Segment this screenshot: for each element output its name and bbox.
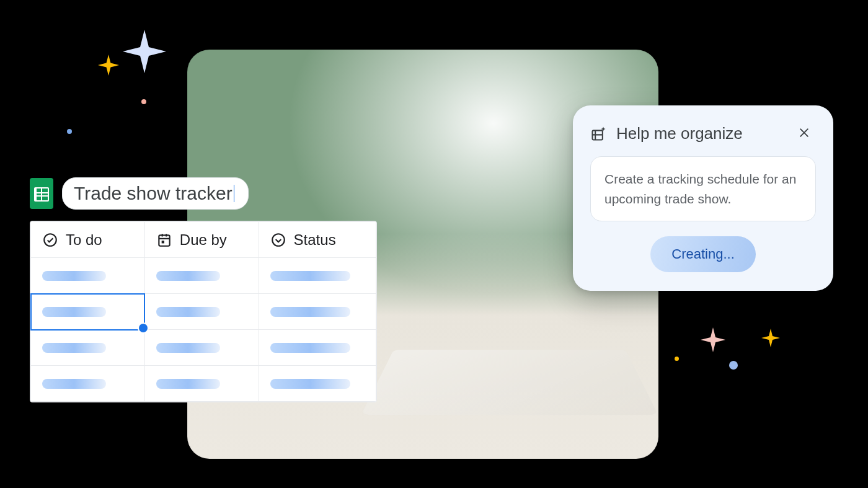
placeholder-pill — [270, 271, 351, 281]
decorative-dot — [675, 357, 679, 361]
cell[interactable] — [259, 258, 376, 294]
placeholder-pill — [42, 379, 106, 389]
placeholder-pill — [270, 307, 351, 317]
decorative-dot — [67, 129, 72, 134]
column-header-label: Due by — [180, 231, 227, 248]
column-header-label: Status — [294, 231, 336, 248]
cell[interactable] — [144, 366, 259, 402]
create-button[interactable]: Creating... — [650, 236, 756, 272]
close-button[interactable] — [792, 122, 816, 145]
create-button-label: Creating... — [671, 246, 735, 262]
placeholder-pill — [270, 379, 351, 389]
sparkle-icon — [123, 30, 166, 73]
cell[interactable] — [144, 330, 259, 366]
close-icon — [798, 126, 810, 141]
cell[interactable] — [144, 294, 259, 330]
decorative-dot — [141, 99, 146, 104]
cell[interactable] — [259, 294, 376, 330]
cell[interactable] — [259, 366, 376, 402]
column-header-todo[interactable]: To do — [31, 222, 145, 258]
panel-title: Help me organize — [616, 124, 784, 143]
column-header-status[interactable]: Status — [259, 222, 376, 258]
svg-point-0 — [44, 234, 56, 246]
spreadsheet-overlay: Trade show tracker To do Due by — [30, 177, 377, 402]
sheets-logo-icon — [30, 178, 53, 209]
organize-sparkle-icon — [590, 125, 608, 142]
placeholder-pill — [42, 271, 106, 281]
spreadsheet-table[interactable]: To do Due by Status — [30, 221, 377, 402]
placeholder-pill — [156, 343, 220, 353]
cell[interactable] — [31, 330, 145, 366]
help-me-organize-panel: Help me organize Create a tracking sched… — [573, 105, 833, 291]
placeholder-pill — [156, 271, 220, 281]
svg-rect-1 — [159, 235, 169, 246]
document-title-text: Trade show tracker — [74, 183, 232, 203]
placeholder-pill — [42, 307, 106, 317]
cell[interactable] — [144, 258, 259, 294]
decorative-dot — [729, 361, 738, 370]
sparkle-icon — [98, 55, 119, 76]
placeholder-pill — [156, 307, 220, 317]
document-title-input[interactable]: Trade show tracker — [62, 177, 249, 210]
sparkle-icon — [761, 329, 780, 347]
cell[interactable] — [31, 366, 145, 402]
placeholder-pill — [156, 379, 220, 389]
sparkle-icon — [701, 327, 725, 352]
check-circle-icon — [42, 232, 58, 248]
placeholder-pill — [42, 343, 106, 353]
cell[interactable] — [31, 258, 145, 294]
cell-selected[interactable] — [31, 294, 145, 330]
column-header-dueby[interactable]: Due by — [144, 222, 259, 258]
column-header-label: To do — [66, 231, 102, 248]
placeholder-pill — [270, 343, 351, 353]
dropdown-circle-icon — [270, 232, 286, 248]
prompt-input[interactable]: Create a tracking schedule for an upcomi… — [590, 156, 816, 221]
prompt-text: Create a tracking schedule for an upcomi… — [604, 172, 796, 206]
cell[interactable] — [259, 330, 376, 366]
svg-rect-2 — [161, 241, 164, 243]
calendar-icon — [156, 232, 172, 248]
svg-point-3 — [272, 234, 285, 246]
